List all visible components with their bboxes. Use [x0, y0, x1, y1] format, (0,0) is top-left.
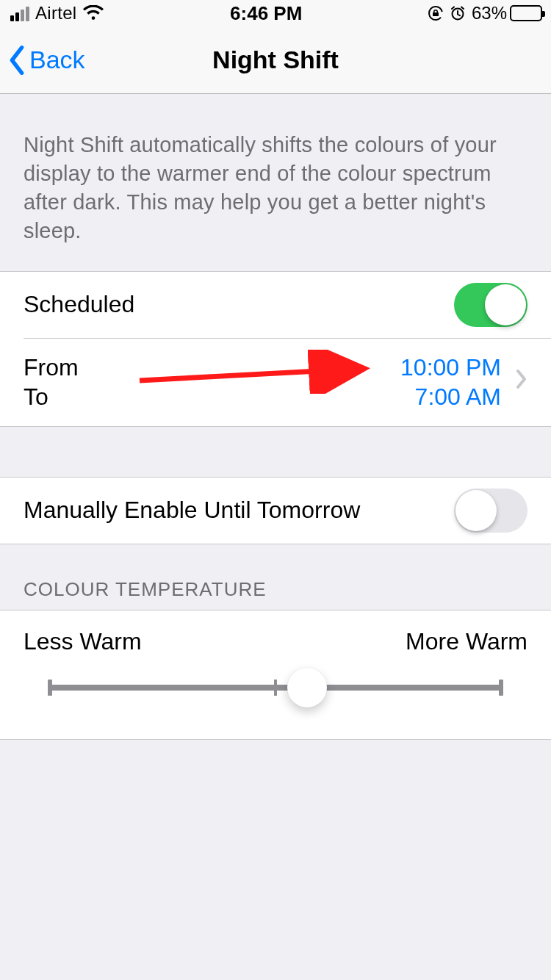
manual-enable-toggle[interactable] [454, 489, 527, 533]
chevron-left-icon [7, 46, 26, 75]
from-label: From [24, 353, 400, 382]
status-left: Airtel [10, 3, 104, 24]
scheduled-toggle[interactable] [454, 283, 527, 327]
scheduled-row[interactable]: Scheduled [0, 272, 551, 338]
more-warm-label: More Warm [406, 628, 527, 655]
nav-bar: Back Night Shift [0, 26, 551, 94]
alarm-icon [450, 5, 466, 21]
orientation-lock-icon [428, 5, 444, 21]
from-value: 10:00 PM [400, 353, 501, 382]
battery-indicator: 63% [472, 3, 542, 24]
colour-temperature-header: COLOUR TEMPERATURE [0, 544, 551, 610]
temperature-slider[interactable] [50, 685, 501, 691]
slider-midpoint-tick [274, 680, 277, 696]
battery-icon [510, 5, 542, 21]
spacer [0, 427, 551, 477]
schedule-time-labels: From To [24, 353, 400, 411]
status-time: 6:46 PM [230, 2, 302, 25]
status-bar: Airtel 6:46 PM 63% [0, 0, 551, 26]
temperature-group: Less Warm More Warm [0, 610, 551, 740]
carrier-label: Airtel [35, 3, 76, 24]
cellular-signal-icon [10, 5, 29, 21]
manual-enable-label: Manually Enable Until Tomorrow [24, 497, 454, 524]
back-label: Back [29, 46, 85, 74]
to-value: 7:00 AM [400, 382, 501, 411]
manual-group: Manually Enable Until Tomorrow [0, 477, 551, 544]
status-right: 63% [428, 3, 542, 24]
battery-percent: 63% [472, 3, 507, 24]
schedule-time-values: 10:00 PM 7:00 AM [400, 353, 516, 411]
chevron-right-icon [516, 368, 527, 395]
to-label: To [24, 382, 400, 411]
wifi-icon [82, 5, 104, 21]
schedule-times-row[interactable]: From To 10:00 PM 7:00 AM [0, 338, 551, 426]
manual-enable-row[interactable]: Manually Enable Until Tomorrow [0, 478, 551, 544]
back-button[interactable]: Back [7, 46, 85, 75]
intro-description: Night Shift automatically shifts the col… [0, 94, 551, 271]
schedule-group: Scheduled From To 10:00 PM 7:00 AM [0, 271, 551, 427]
temperature-slider-row: Less Warm More Warm [0, 610, 551, 739]
less-warm-label: Less Warm [24, 628, 142, 655]
temperature-slider-thumb[interactable] [287, 668, 327, 707]
scheduled-label: Scheduled [24, 291, 454, 318]
temperature-slider-labels: Less Warm More Warm [24, 628, 527, 655]
